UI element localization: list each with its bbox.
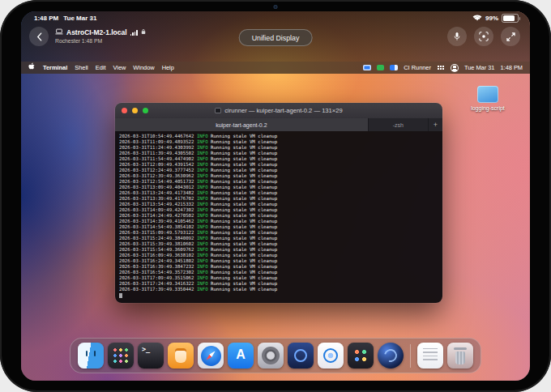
terminal-log-line: 2026-03-31T11:54:49.4474902 INFO Running… (119, 156, 442, 162)
unified-display-button[interactable]: Unified Display (239, 29, 313, 46)
menu-date[interactable]: Tue Mar 31 (464, 64, 495, 71)
terminal-output: 2026-03-31T10:54:49.4467642 INFO Running… (115, 131, 442, 303)
fullscreen-expand-button[interactable] (501, 27, 520, 46)
play-status-menu-icon[interactable] (377, 65, 384, 71)
terminal-log-line: 2026-03-31T15:09:49.5793122 INFO Running… (119, 230, 442, 236)
battery-icon (502, 14, 519, 23)
menu-edit[interactable]: Edit (96, 64, 106, 71)
menu-window[interactable]: Window (133, 64, 154, 71)
display-arrangement-menu-icon[interactable] (390, 65, 398, 71)
host-name: AstroCI-M2-1.local (66, 29, 127, 37)
dock-icon-terminal[interactable] (138, 343, 164, 369)
terminal-log-line: 2026-03-31T14:39:49.4105462 INFO Running… (119, 219, 442, 224)
menu-time[interactable]: 1:48 PM (500, 64, 523, 71)
terminal-log-line: 2026-03-31T12:09:49.4391542 INFO Running… (119, 162, 442, 168)
menu-view[interactable]: View (113, 64, 126, 71)
terminal-log-line: 2026-03-31T15:54:49.3609762 INFO Running… (119, 247, 442, 253)
laptop-icon (55, 28, 63, 37)
macos-menu-bar: Terminal Shell Edit View Window Help CI … (21, 62, 530, 74)
minimize-button[interactable] (132, 108, 138, 113)
user-menu-icon[interactable] (451, 64, 459, 72)
menu-help[interactable]: Help (162, 64, 174, 71)
dock-icon-appstore[interactable] (228, 343, 254, 369)
front-camera (274, 5, 278, 9)
terminal-log-line: 2026-03-31T16:09:49.3638102 INFO Running… (119, 253, 442, 258)
apple-menu-icon[interactable] (28, 62, 36, 73)
new-tab-button[interactable]: + (429, 118, 442, 131)
zoom-button[interactable] (143, 108, 148, 113)
dock-icon-grid-app[interactable] (348, 343, 374, 369)
status-time: 1:48 PM (34, 15, 58, 22)
desktop-icon-logging-script[interactable]: logging-script (465, 86, 510, 111)
dock-icon-blue-app[interactable] (288, 343, 314, 369)
dock-icon-safari[interactable] (198, 343, 224, 369)
grid-menu-icon[interactable] (437, 65, 445, 71)
terminal-log-line: 2026-03-31T11:39:49.4305502 INFO Running… (119, 151, 442, 156)
back-button[interactable] (29, 27, 49, 46)
screen: 1:48 PM Tue Mar 31 99% (21, 11, 530, 381)
dock-divider (410, 344, 411, 368)
tab-zsh[interactable]: -zsh (369, 118, 429, 131)
wifi-icon (472, 14, 482, 23)
terminal-cursor (119, 293, 122, 298)
terminal-log-line: 2026-03-31T11:09:49.4893522 INFO Running… (119, 139, 442, 145)
terminal-log-line: 2026-03-31T14:09:49.4247302 INFO Running… (119, 207, 442, 213)
terminal-log-line: 2026-03-31T14:24:49.4270502 INFO Running… (119, 213, 442, 219)
host-subtitle: Rochester 1:48 PM (55, 38, 146, 45)
remote-session-toolbar: AstroCI-M2-1.local Rochester 1:48 PM Uni… (21, 23, 530, 46)
dock-icon-tart[interactable] (168, 343, 194, 369)
dock-icon-finder[interactable] (78, 343, 104, 369)
terminal-log-line: 2026-03-31T12:39:49.3630962 INFO Running… (119, 173, 442, 179)
terminal-log-line: 2026-03-31T17:09:49.3515062 INFO Running… (119, 275, 442, 281)
terminal-log-line: 2026-03-31T16:39:49.3847232 INFO Running… (119, 264, 442, 270)
terminal-log-line: 2026-03-31T13:24:49.4173482 INFO Running… (119, 190, 442, 196)
terminal-log-line: 2026-03-31T15:24:49.3840092 INFO Running… (119, 236, 442, 241)
ipad-status-bar: 1:48 PM Tue Mar 31 99% (21, 11, 530, 23)
close-button[interactable] (122, 108, 127, 113)
remote-session-header: 1:48 PM Tue Mar 31 99% (21, 11, 530, 62)
terminal-log-line: 2026-03-31T16:24:49.3451802 INFO Running… (119, 258, 442, 264)
menu-app-name[interactable]: Terminal (43, 64, 67, 71)
dock-icon-document[interactable] (417, 343, 443, 369)
terminal-log-line: 2026-03-31T15:39:49.3810602 INFO Running… (119, 241, 442, 247)
microphone-button[interactable] (447, 27, 467, 46)
menu-ci-runner[interactable]: CI Runner (404, 64, 431, 71)
terminal-log-line: 2026-03-31T13:39:49.4176702 INFO Running… (119, 196, 442, 202)
terminal-title-bar[interactable]: cirunner — kuiper-tart-agent-0.2 — 131×2… (115, 103, 442, 118)
ipad-frame: 1:48 PM Tue Mar 31 99% (0, 0, 551, 392)
terminal-tab-bar: kuiper-tart-agent-0.2 -zsh + (115, 118, 442, 131)
desktop-icon-label: logging-script (465, 105, 510, 111)
dock-icon-globe-app[interactable] (378, 343, 404, 369)
dock-icon-screens[interactable] (318, 343, 344, 369)
screen-mirroring-menu-icon[interactable] (363, 65, 371, 71)
logging-script-icon (477, 86, 498, 103)
terminal-log-line: 2026-03-31T13:54:49.4215332 INFO Running… (119, 202, 442, 207)
terminal-log-line: 2026-03-31T17:24:49.3416322 INFO Running… (119, 281, 442, 287)
tab-kuiper-tart-agent[interactable]: kuiper-tart-agent-0.2 (115, 118, 369, 131)
terminal-log-line: 2026-03-31T16:54:49.3572302 INFO Running… (119, 270, 442, 275)
terminal-log-line: 2026-03-31T12:24:49.3777452 INFO Running… (119, 168, 442, 173)
signal-bars-icon (130, 30, 138, 36)
capture-viewfinder-button[interactable] (474, 27, 493, 46)
status-date: Tue Mar 31 (63, 15, 96, 22)
terminal-log-line: 2026-03-31T14:54:49.3854102 INFO Running… (119, 224, 442, 230)
terminal-log-line: 2026-03-31T11:24:49.4303992 INFO Running… (119, 145, 442, 151)
battery-percent: 99% (485, 15, 498, 22)
dock-icon-trash[interactable] (447, 343, 473, 369)
dock-icon-launchpad[interactable] (108, 343, 134, 369)
terminal-window-title: cirunner — kuiper-tart-agent-0.2 — 131×2… (224, 107, 342, 114)
dock-icon-settings[interactable] (258, 343, 284, 369)
terminal-log-line: 2026-03-31T13:09:49.4043012 INFO Running… (119, 185, 442, 190)
dock (70, 338, 481, 373)
host-info[interactable]: AstroCI-M2-1.local Rochester 1:48 PM (55, 28, 146, 45)
menu-shell[interactable]: Shell (75, 64, 88, 71)
terminal-log-line: 2026-03-31T10:54:49.4467642 INFO Running… (119, 134, 442, 139)
terminal-proxy-icon (215, 108, 221, 113)
terminal-log-line: 2026-03-31T17:39:49.3350442 INFO Running… (119, 287, 442, 292)
terminal-window[interactable]: cirunner — kuiper-tart-agent-0.2 — 131×2… (115, 103, 442, 303)
lock-icon (141, 28, 146, 37)
terminal-log-line: 2026-03-31T12:54:49.4051732 INFO Running… (119, 179, 442, 185)
